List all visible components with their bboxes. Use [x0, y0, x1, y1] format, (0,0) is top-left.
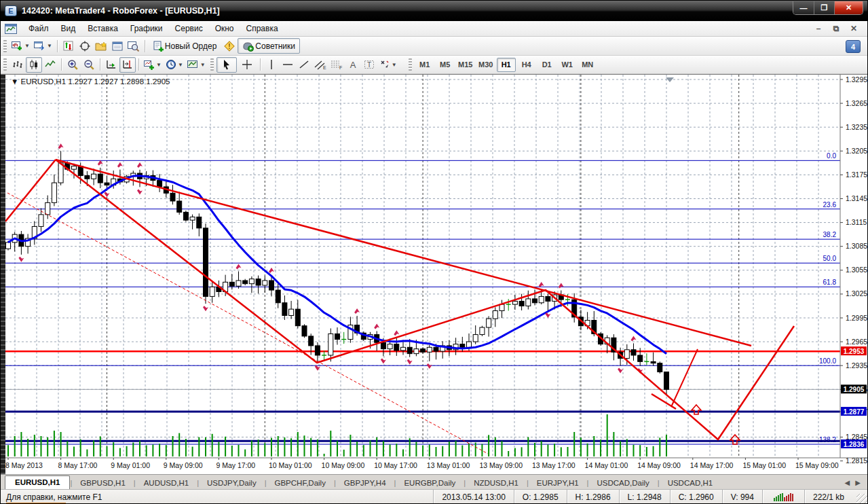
- tab-GBPCHF,Daily[interactable]: GBPCHF,Daily: [267, 477, 334, 489]
- title-bar[interactable]: E 142420: MetaTrader4 - RoboForex - [EUR…: [1, 1, 867, 21]
- arrows-button[interactable]: ▼: [377, 57, 399, 73]
- toolbar-grip[interactable]: [409, 58, 412, 71]
- svg-text:138.2: 138.2: [819, 436, 836, 444]
- status-open: O: 1.2985: [514, 490, 567, 504]
- trendline-button[interactable]: [296, 57, 312, 73]
- menu-Графики[interactable]: Графики: [124, 22, 169, 35]
- tab-GBPJPY,H4[interactable]: GBPJPY,H4: [336, 477, 394, 489]
- chart-shift-button[interactable]: [119, 57, 136, 73]
- svg-text:38.2: 38.2: [823, 231, 837, 238]
- text-button[interactable]: A: [345, 57, 361, 73]
- tab-GBPUSD,H1[interactable]: GBPUSD,H1: [72, 477, 133, 489]
- svg-text:1.2965: 1.2965: [846, 338, 867, 346]
- timeframe-M15[interactable]: M15: [456, 58, 475, 72]
- expert-advisors-button[interactable]: Советники: [238, 38, 300, 54]
- line-chart-button[interactable]: [42, 57, 58, 73]
- alert-button[interactable]: !: [221, 38, 238, 54]
- close-button[interactable]: ✕: [834, 1, 863, 14]
- mdi-close-button[interactable]: ✕: [848, 24, 859, 33]
- auto-scroll-button[interactable]: [103, 57, 119, 73]
- expert-advisors-icon: [242, 41, 254, 52]
- menu-Окно[interactable]: Окно: [209, 22, 240, 35]
- toolbar-grip[interactable]: [3, 58, 7, 71]
- menu-Вид[interactable]: Вид: [55, 22, 82, 35]
- horizontal-line-button[interactable]: [280, 57, 296, 73]
- tab-USDCAD,Daily[interactable]: USDCAD,Daily: [588, 477, 657, 489]
- svg-text:1.3115: 1.3115: [846, 218, 867, 226]
- timeframe-MN[interactable]: MN: [578, 58, 597, 72]
- text-label-button[interactable]: T: [361, 57, 377, 73]
- fibonacci-button[interactable]: F: [328, 57, 345, 73]
- toolbar-grip[interactable]: [3, 40, 7, 52]
- timeframe-M30[interactable]: M30: [476, 58, 495, 72]
- svg-text:14 May 01:00: 14 May 01:00: [585, 461, 628, 469]
- new-chart-button[interactable]: ▼: [10, 38, 32, 54]
- strategy-tester-icon: [128, 41, 139, 52]
- crosshair-button[interactable]: [237, 57, 257, 73]
- timeframe-D1[interactable]: D1: [537, 58, 556, 72]
- chart-tabs-bar: EURUSD,H1|GBPUSD,H1|AUDUSD,H1|USDJPY,Dai…: [1, 474, 867, 489]
- tab-NZDUSD,H1[interactable]: NZDUSD,H1: [466, 477, 527, 489]
- svg-text:15 May 09:00: 15 May 09:00: [795, 461, 839, 469]
- strategy-tester-button[interactable]: [126, 38, 142, 54]
- templates-button[interactable]: ▼: [185, 57, 208, 73]
- menu-Вставка[interactable]: Вставка: [81, 22, 124, 35]
- new-order-icon: [153, 41, 164, 52]
- candlestick-chart-button[interactable]: [26, 57, 42, 73]
- minimize-button[interactable]: —: [793, 1, 814, 14]
- svg-text:▼ EURUSD,H1 1.2927 1.2927 1.: ▼ EURUSD,H1 1.2927 1.2927 1.2898 1.2905: [11, 77, 170, 86]
- svg-text:1.2995: 1.2995: [846, 314, 867, 322]
- price-chart[interactable]: 0.023.638.250.061.8100.0138.21.32951.326…: [5, 75, 867, 475]
- timeframe-M5[interactable]: M5: [436, 58, 455, 72]
- data-window-button[interactable]: [77, 38, 93, 54]
- zoom-out-button[interactable]: [81, 57, 97, 73]
- terminal-button[interactable]: [109, 38, 126, 54]
- dropdown-arrow-icon: ▼: [178, 62, 183, 68]
- tab-USDJPY,Daily[interactable]: USDJPY,Daily: [199, 477, 265, 489]
- tabs-scroll-right-icon[interactable]: ▶: [855, 479, 861, 486]
- equidistant-channel-button[interactable]: E: [312, 57, 328, 73]
- resize-grip[interactable]: [856, 494, 867, 504]
- periods-button[interactable]: ▼: [164, 57, 185, 73]
- indicators-button[interactable]: ▼: [142, 57, 164, 73]
- navigator-button[interactable]: [93, 38, 109, 54]
- timeframe-H4[interactable]: H4: [517, 58, 536, 72]
- timeframe-W1[interactable]: W1: [558, 58, 577, 72]
- profiles-button[interactable]: ▼: [32, 38, 54, 54]
- chart-tabs: EURUSD,H1|GBPUSD,H1|AUDUSD,H1|USDJPY,Dai…: [5, 475, 721, 489]
- svg-text:9 May 17:00: 9 May 17:00: [216, 461, 255, 469]
- bar-chart-button[interactable]: [10, 57, 26, 73]
- notification-badge[interactable]: 4: [846, 40, 861, 53]
- toolbar-grip[interactable]: [210, 58, 214, 71]
- profiles-icon: [34, 41, 45, 52]
- timeframe-M1[interactable]: M1: [415, 58, 434, 72]
- dropdown-arrow-icon: ▼: [156, 62, 162, 68]
- svg-text:1.2905: 1.2905: [844, 386, 865, 393]
- mdi-minimize-button[interactable]: –: [813, 24, 824, 33]
- menu-Справка[interactable]: Справка: [240, 22, 284, 35]
- status-low: L: 1.2948: [619, 490, 670, 504]
- tab-EURUSD,H1[interactable]: EURUSD,H1: [5, 475, 70, 489]
- market-watch-button[interactable]: [60, 38, 77, 54]
- maximize-button[interactable]: ❐: [814, 1, 834, 14]
- cursor-button[interactable]: [216, 57, 237, 73]
- menu-Файл[interactable]: Файл: [22, 22, 55, 35]
- tab-EURGBP,Daily[interactable]: EURGBP,Daily: [396, 477, 464, 489]
- timeframe-H1[interactable]: H1: [497, 58, 516, 72]
- tab-AUDUSD,H1[interactable]: AUDUSD,H1: [136, 477, 197, 489]
- mdi-restore-button[interactable]: ⧉: [831, 24, 842, 33]
- tabs-scroll-left-icon[interactable]: ◀: [845, 479, 850, 486]
- svg-text:1.3175: 1.3175: [846, 170, 867, 179]
- svg-text:E: E: [323, 65, 326, 70]
- tab-EURJPY,H1[interactable]: EURJPY,H1: [529, 477, 587, 489]
- zoom-in-button[interactable]: [64, 57, 81, 73]
- chart-window: 0.023.638.250.061.8100.0138.21.32951.326…: [1, 74, 868, 474]
- menu-Сервис[interactable]: Сервис: [169, 22, 209, 35]
- svg-text:!: !: [229, 42, 231, 50]
- tab-USDCAD,H1[interactable]: USDCAD,H1: [660, 477, 721, 489]
- svg-text:1.3025: 1.3025: [846, 289, 867, 298]
- new-order-button[interactable]: Новый Ордер: [148, 38, 221, 54]
- svg-text:1.3145: 1.3145: [846, 194, 867, 202]
- chart-left-border: [1, 75, 5, 474]
- vertical-line-button[interactable]: [263, 57, 280, 73]
